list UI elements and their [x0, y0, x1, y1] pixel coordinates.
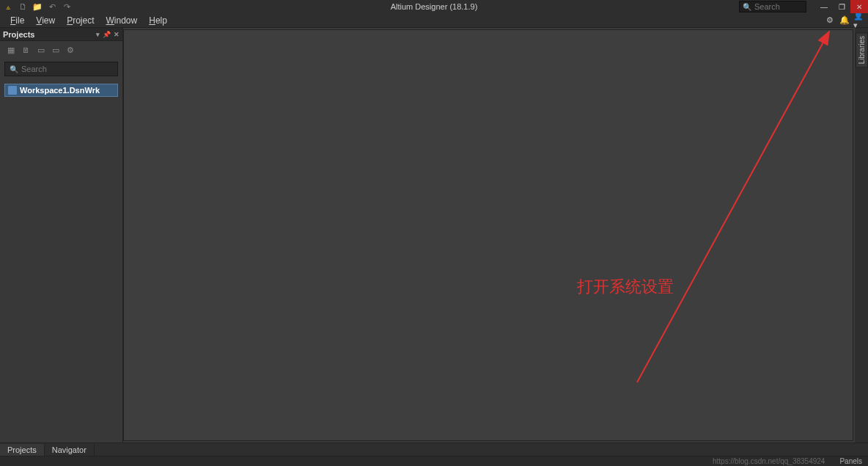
app-icon: ⟁	[3, 1, 13, 12]
libraries-tab[interactable]: Libraries	[856, 32, 868, 68]
panel-title: Projects	[3, 30, 34, 39]
menu-help[interactable]: Help	[143, 14, 173, 27]
statusbar: https://blog.csdn.net/qq_38354924 Panels	[0, 456, 868, 466]
menu-project[interactable]: Project	[61, 14, 100, 27]
titlebar-search[interactable]: 🔍	[739, 1, 806, 12]
minimize-button[interactable]: —	[815, 0, 833, 13]
panel-header: Projects ▾ 📌 ✕	[0, 28, 122, 41]
panels-button[interactable]: Panels	[839, 457, 862, 465]
bottom-tabs: Projects Navigator	[0, 443, 868, 456]
annotation-text: 打开系统设置	[577, 276, 674, 298]
toolbar-project-icon[interactable]: 🗎	[22, 45, 30, 54]
toolbar-compile-icon[interactable]: ▭	[37, 45, 45, 55]
tab-navigator[interactable]: Navigator	[45, 444, 95, 456]
menubar: File View Project Window Help ⚙ 🔔 👤▾	[0, 13, 868, 28]
undo-icon[interactable]: ↶	[47, 1, 57, 12]
panel-pin-icon[interactable]: 📌	[103, 31, 111, 38]
toolbar-settings-icon[interactable]: ⚙	[67, 45, 74, 55]
new-file-icon[interactable]: 🗋	[18, 1, 28, 12]
titlebar: ⟁ 🗋 📁 ↶ ↷ Altium Designer (18.1.9) 🔍 — ❐…	[0, 0, 868, 13]
project-tree: Workspace1.DsnWrk	[4, 84, 118, 438]
editor-area: 打开系统设置	[123, 29, 853, 441]
panel-toolbar: ▦ 🗎 ▭ ▭ ⚙	[0, 41, 122, 59]
menu-window[interactable]: Window	[100, 14, 144, 27]
user-icon[interactable]: 👤▾	[853, 15, 865, 26]
panel-search-input[interactable]	[21, 65, 113, 73]
gear-icon[interactable]: ⚙	[824, 15, 836, 26]
panel-close-icon[interactable]: ✕	[114, 31, 119, 38]
menu-view[interactable]: View	[30, 14, 61, 27]
tab-projects[interactable]: Projects	[0, 444, 45, 456]
maximize-button[interactable]: ❐	[833, 0, 850, 13]
search-icon: 🔍	[10, 65, 18, 73]
tree-item-workspace[interactable]: Workspace1.DsnWrk	[4, 84, 118, 97]
panel-search[interactable]: 🔍	[4, 62, 118, 76]
annotation-arrow	[124, 30, 857, 466]
right-sidebar: Libraries	[855, 28, 868, 443]
toolbar-options-icon[interactable]: ▭	[52, 45, 59, 55]
projects-panel: Projects ▾ 📌 ✕ ▦ 🗎 ▭ ▭ ⚙ 🔍 Workspace1.Ds…	[0, 28, 123, 443]
open-folder-icon[interactable]: 📁	[32, 1, 43, 12]
workspace-file-icon	[8, 86, 17, 95]
panel-dropdown-icon[interactable]: ▾	[96, 31, 100, 38]
titlebar-search-input[interactable]	[754, 2, 803, 11]
watermark-text: https://blog.csdn.net/qq_38354924	[713, 457, 825, 465]
search-icon: 🔍	[743, 3, 751, 11]
redo-icon[interactable]: ↷	[62, 1, 72, 12]
menu-file[interactable]: File	[4, 14, 30, 27]
svg-line-1	[637, 32, 829, 382]
close-button[interactable]: ✕	[850, 0, 868, 13]
main-area: Projects ▾ 📌 ✕ ▦ 🗎 ▭ ▭ ⚙ 🔍 Workspace1.Ds…	[0, 28, 868, 443]
tree-item-label: Workspace1.DsnWrk	[20, 86, 100, 95]
bell-icon[interactable]: 🔔	[839, 15, 850, 26]
toolbar-workspace-icon[interactable]: ▦	[7, 45, 15, 55]
app-title: Altium Designer (18.1.9)	[391, 2, 478, 11]
